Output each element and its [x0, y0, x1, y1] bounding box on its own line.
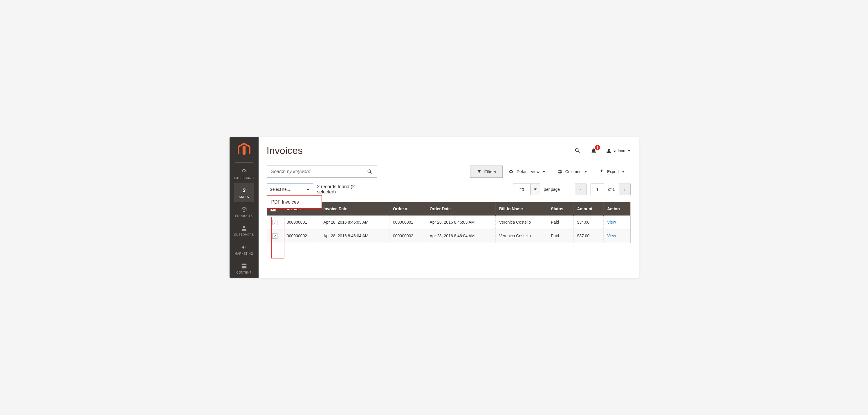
filters-label: Filters: [484, 169, 496, 174]
mass-action-dropdown: PDF Invoices: [267, 196, 322, 209]
sidebar-item-label: PRODUCTS: [235, 214, 252, 217]
cell-bill-to: Veronica Costello: [495, 230, 547, 243]
column-header[interactable]: Invoice Date: [320, 202, 389, 216]
admin-sidebar: DASHBOARDSALESPRODUCTSCUSTOMERSMARKETING…: [229, 137, 258, 278]
search-input[interactable]: [271, 169, 366, 174]
chevron-down-icon: [584, 171, 587, 173]
sidebar-item-sales[interactable]: SALES: [234, 183, 254, 202]
chevron-up-icon: [306, 188, 309, 190]
pagination: ‹ of 1 ›: [575, 183, 630, 195]
cell-order: 000000001: [389, 216, 426, 230]
column-header[interactable]: Order Date: [426, 202, 495, 216]
default-view-label: Default View: [517, 169, 539, 174]
sidebar-item-label: DASHBOARD: [234, 177, 254, 180]
cell-invoice-date: Apr 28, 2016 8:46:03 AM: [320, 216, 389, 230]
cell-amount: $34.00: [574, 216, 603, 230]
sidebar-item-label: CUSTOMERS: [234, 233, 254, 236]
view-link[interactable]: View: [607, 234, 616, 238]
default-view-button[interactable]: Default View: [503, 166, 551, 178]
page-size-select[interactable]: [513, 183, 540, 195]
cell-order-date: Apr 28, 2016 8:46:03 AM: [426, 216, 495, 230]
current-page-input[interactable]: [591, 183, 604, 195]
row-checkbox[interactable]: ✓: [272, 234, 277, 239]
sidebar-item-customers[interactable]: CUSTOMERS: [234, 221, 254, 240]
prev-page-button[interactable]: ‹: [575, 183, 587, 195]
columns-label: Columns: [565, 169, 581, 174]
page-header: Invoices 6 admin: [267, 145, 630, 156]
user-label: admin: [614, 148, 625, 153]
sidebar-item-dashboard[interactable]: DASHBOARD: [234, 165, 254, 183]
page-total-label: of 1: [608, 187, 615, 192]
page-size-input[interactable]: [513, 183, 530, 195]
table-row: ✓000000002Apr 28, 2016 8:46:04 AM0000000…: [267, 230, 630, 243]
cell-order: 000000002: [389, 230, 426, 243]
app-window: DASHBOARDSALESPRODUCTSCUSTOMERSMARKETING…: [229, 137, 639, 278]
sidebar-item-marketing[interactable]: MARKETING: [234, 240, 254, 259]
mass-action-label: Select Ite...: [267, 184, 303, 195]
cell-invoice: 000000002: [283, 230, 320, 243]
cell-amount: $37.00: [574, 230, 603, 243]
sidebar-item-label: MARKETING: [235, 252, 253, 255]
search-submit-icon[interactable]: [366, 168, 374, 176]
next-page-button[interactable]: ›: [619, 183, 630, 195]
mass-action-toggle[interactable]: [303, 184, 313, 195]
cell-bill-to: Veronica Costello: [495, 216, 547, 230]
cell-invoice-date: Apr 28, 2016 8:46:04 AM: [320, 230, 389, 243]
export-button[interactable]: Export: [593, 166, 630, 178]
per-page-label: per page: [544, 187, 560, 192]
cell-order-date: Apr 28, 2016 8:46:04 AM: [426, 230, 495, 243]
sidebar-item-label: SALES: [239, 196, 249, 199]
grid-toolbar-secondary: Select Ite... PDF Invoices 2 records fou…: [267, 183, 630, 195]
chevron-down-icon: [622, 171, 625, 173]
cell-status: Paid: [547, 230, 574, 243]
column-header[interactable]: Status: [547, 202, 574, 216]
sidebar-item-label: CONTENT: [237, 271, 252, 274]
table-row: ✓000000001Apr 28, 2016 8:46:03 AM0000000…: [267, 216, 630, 230]
sidebar-item-products[interactable]: PRODUCTS: [234, 202, 254, 221]
column-header[interactable]: Amount: [574, 202, 603, 216]
chevron-down-icon: [628, 150, 630, 152]
content-area: Invoices 6 admin: [258, 137, 639, 278]
chevron-down-icon: [542, 171, 545, 173]
chevron-down-icon: [534, 188, 536, 190]
grid-toolbar-primary: Filters Default View Columns Export: [267, 166, 630, 178]
mass-action-option-pdf-invoices[interactable]: PDF Invoices: [267, 196, 321, 208]
sidebar-item-content[interactable]: CONTENT: [234, 259, 254, 278]
page-size-toggle[interactable]: [530, 183, 540, 195]
brand-logo[interactable]: [238, 143, 250, 157]
cell-invoice: 000000001: [283, 216, 320, 230]
columns-button[interactable]: Columns: [551, 166, 593, 178]
column-header[interactable]: Order #: [389, 202, 426, 216]
search-icon[interactable]: [574, 147, 582, 155]
svg-marker-1: [242, 146, 245, 155]
page-title: Invoices: [267, 145, 303, 156]
notifications-badge: 6: [595, 145, 600, 150]
column-header[interactable]: Action: [603, 202, 630, 216]
filters-button[interactable]: Filters: [470, 166, 503, 178]
row-checkbox[interactable]: ✓: [272, 220, 277, 225]
keyword-search: [267, 166, 377, 178]
records-found-text: 2 records found (2 selected): [317, 184, 364, 195]
cell-status: Paid: [547, 216, 574, 230]
notifications-icon[interactable]: 6: [590, 147, 598, 155]
view-link[interactable]: View: [607, 220, 616, 225]
mass-action-select[interactable]: Select Ite... PDF Invoices: [267, 183, 313, 195]
export-label: Export: [607, 169, 619, 174]
column-header[interactable]: Bill-to Name: [495, 202, 547, 216]
user-menu[interactable]: admin: [606, 148, 630, 154]
